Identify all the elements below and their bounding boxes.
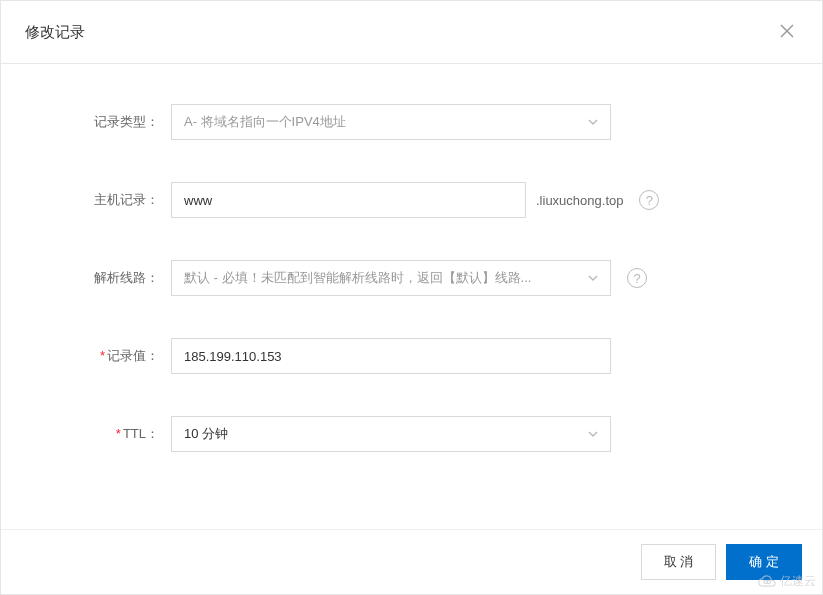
ttl-select[interactable]: 10 分钟: [171, 416, 611, 452]
cancel-button[interactable]: 取 消: [641, 544, 717, 580]
chevron-down-icon: [588, 115, 598, 130]
route-label: 解析线路：: [61, 269, 171, 287]
route-value: 默认 - 必填！未匹配到智能解析线路时，返回【默认】线路...: [184, 269, 531, 287]
record-value-row: 记录值：: [61, 338, 762, 374]
record-type-row: 记录类型： A- 将域名指向一个IPV4地址: [61, 104, 762, 140]
chevron-down-icon: [588, 427, 598, 442]
ttl-label: TTL：: [61, 425, 171, 443]
modal-body: 记录类型： A- 将域名指向一个IPV4地址 主机记录： .liuxuchong…: [1, 64, 822, 529]
route-row: 解析线路： 默认 - 必填！未匹配到智能解析线路时，返回【默认】线路... ?: [61, 260, 762, 296]
record-value-input[interactable]: [171, 338, 611, 374]
close-icon: [780, 24, 794, 38]
ttl-value: 10 分钟: [184, 425, 228, 443]
record-type-control: A- 将域名指向一个IPV4地址: [171, 104, 762, 140]
close-button[interactable]: [776, 19, 798, 45]
modal-footer: 取 消 确 定 亿速云: [1, 529, 822, 594]
ttl-control: 10 分钟: [171, 416, 762, 452]
record-type-label: 记录类型：: [61, 113, 171, 131]
svg-point-3: [767, 580, 770, 583]
host-record-control: .liuxuchong.top ?: [171, 182, 762, 218]
modal-header: 修改记录: [1, 1, 822, 64]
host-help-icon[interactable]: ?: [639, 190, 659, 210]
watermark-text: 亿速云: [780, 573, 816, 590]
modal-title: 修改记录: [25, 23, 85, 42]
record-value-control: [171, 338, 762, 374]
host-record-input[interactable]: [171, 182, 526, 218]
domain-suffix: .liuxuchong.top: [536, 193, 623, 208]
route-select[interactable]: 默认 - 必填！未匹配到智能解析线路时，返回【默认】线路...: [171, 260, 611, 296]
route-control: 默认 - 必填！未匹配到智能解析线路时，返回【默认】线路... ?: [171, 260, 762, 296]
record-value-label: 记录值：: [61, 347, 171, 365]
route-help-icon[interactable]: ?: [627, 268, 647, 288]
host-record-row: 主机记录： .liuxuchong.top ?: [61, 182, 762, 218]
ttl-row: TTL： 10 分钟: [61, 416, 762, 452]
cloud-icon: [758, 575, 778, 589]
record-type-value: A- 将域名指向一个IPV4地址: [184, 113, 346, 131]
watermark: 亿速云: [758, 573, 816, 590]
chevron-down-icon: [588, 271, 598, 286]
host-record-label: 主机记录：: [61, 191, 171, 209]
modify-record-modal: 修改记录 记录类型： A- 将域名指向一个IPV4地址 主机记录： .liuxu…: [0, 0, 823, 595]
record-type-select[interactable]: A- 将域名指向一个IPV4地址: [171, 104, 611, 140]
